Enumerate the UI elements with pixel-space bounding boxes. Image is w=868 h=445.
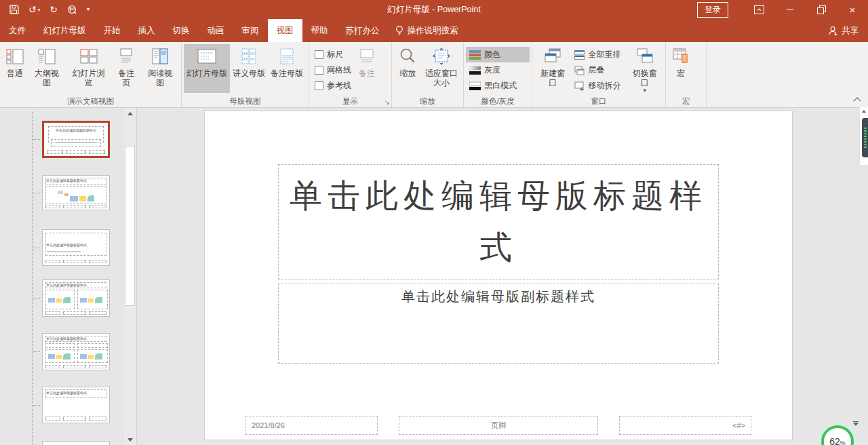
color-icon (469, 50, 481, 60)
reading-view-button[interactable]: 阅读视图 (141, 44, 179, 93)
subtitle-placeholder[interactable]: 单击此处编辑母版副标题样式 (278, 284, 719, 364)
move-split-button[interactable]: 移动拆分 (571, 78, 626, 94)
group-label-window: 窗口 (532, 96, 665, 107)
slide-thumbnail-6[interactable]: 单击此处编辑母版标题样式 (42, 387, 110, 423)
login-button[interactable]: 登录 (697, 2, 728, 18)
slide-sorter-button[interactable]: 幻灯片浏览 (66, 44, 112, 93)
slide-thumbnail-2[interactable]: 单击此处编辑母版标题样式 (42, 175, 110, 210)
lightbulb-icon (395, 25, 403, 36)
tab-soda-office[interactable]: 苏打办公 (337, 19, 389, 42)
percent-sign: % (840, 440, 846, 445)
date-placeholder[interactable]: 2021/8/26 (245, 416, 378, 435)
ribbon-display-options-icon[interactable] (743, 0, 774, 19)
collapse-ribbon-icon[interactable] (853, 97, 861, 104)
person-icon (829, 26, 838, 36)
docked-addin-widget[interactable] (862, 118, 868, 157)
close-button[interactable]: × (837, 0, 868, 19)
qat-customize-icon[interactable]: ▾ (87, 7, 90, 12)
preview-icon[interactable] (67, 5, 77, 14)
tell-me-search[interactable]: 操作说明搜索 (389, 19, 465, 42)
scroll-up-icon[interactable] (862, 110, 866, 113)
tab-help[interactable]: 帮助 (302, 19, 337, 42)
grayscale-button[interactable]: 灰度 (466, 62, 530, 78)
tab-view[interactable]: 视图 (268, 19, 302, 42)
slide-thumbnail-5[interactable]: 单击此处编辑母版标题样式 (42, 333, 110, 370)
ribbon-tab-bar: 文件 幻灯片母版 开始 插入 切换 动画 审阅 视图 帮助 苏打办公 操作说明搜… (0, 19, 868, 42)
thumbnail-title-text: 单击此处编辑母版标题样式 (46, 391, 106, 395)
connector-dash (33, 248, 40, 248)
zoom-button[interactable]: 缩放 (394, 44, 422, 93)
cascade-button[interactable]: 层叠 (571, 62, 626, 78)
color-button[interactable]: 颜色 (466, 47, 530, 62)
group-label-color-grayscale: 颜色/灰度 (464, 96, 532, 107)
slide-thumbnail-7[interactable] (42, 441, 110, 445)
tab-slide-master[interactable]: 幻灯片母版 (35, 19, 95, 42)
next-slide-button[interactable] (852, 421, 859, 426)
fit-to-window-icon (431, 47, 452, 66)
tab-transitions[interactable]: 切换 (164, 19, 199, 42)
restore-button[interactable] (806, 0, 837, 19)
thumbnail-title-text: 单击此处编辑母版标题样式 (46, 336, 106, 341)
gridlines-checkbox[interactable]: 网格线 (311, 62, 355, 78)
macro-button[interactable]: 宏 (668, 44, 694, 93)
handout-master-button[interactable]: 讲义母版 (230, 44, 268, 93)
fit-to-window-button[interactable]: 适应窗口大小 (422, 44, 461, 93)
quick-access-toolbar: ↺▾ ↻ ▾ (0, 5, 90, 14)
slide-editing-area[interactable]: 单击此处编辑母版标题样式 单击此处编辑母版副标题样式 2021/8/26 页脚 … (205, 111, 792, 440)
slide-sorter-icon (79, 47, 99, 66)
subtitle-placeholder-text: 单击此处编辑母版副标题样式 (279, 288, 718, 306)
pane-divider[interactable] (136, 108, 137, 445)
group-color-grayscale: 颜色 灰度 黑白模式 颜色/灰度 (464, 42, 532, 107)
slide-number-placeholder[interactable]: <#> (619, 416, 751, 435)
notes-button[interactable]: 备注 (355, 44, 379, 93)
switch-windows-button[interactable]: 切换窗口 ▼ (627, 44, 663, 93)
connector-dash (33, 139, 40, 140)
slide-thumbnail-4[interactable]: 单击此处编辑母版标题样式 (42, 279, 110, 317)
tab-home[interactable]: 开始 (95, 19, 130, 42)
outline-view-button[interactable]: 大纲视图 (28, 44, 66, 93)
normal-view-button[interactable]: 普通 (2, 44, 28, 93)
notes-page-button[interactable]: 备注页 (111, 44, 141, 93)
notes-master-button[interactable]: 备注母版 (268, 44, 306, 93)
arrange-all-button[interactable]: 全部重排 (571, 47, 626, 62)
scrollbar-thumb[interactable] (125, 146, 135, 306)
undo-icon[interactable]: ↺▾ (28, 5, 40, 14)
thumbnail-title-text: 单击此处编辑母版标题样式 (46, 283, 106, 287)
thumbnail-scrollbar[interactable] (124, 108, 136, 445)
group-zoom: 缩放 适应窗口大小 缩放 (392, 42, 464, 107)
ribbon-empty-area (707, 42, 868, 107)
group-master-views: 幻灯片母版 讲义母版 备注母版 母版视图 (182, 42, 309, 107)
new-window-button[interactable]: 新建窗口 (534, 44, 571, 93)
group-window: 新建窗口 全部重排 层叠 移动拆分 (532, 42, 666, 107)
slide-number-text: <#> (732, 421, 745, 429)
footer-text: 页脚 (491, 421, 506, 431)
tab-file[interactable]: 文件 (0, 19, 35, 42)
normal-view-icon (5, 47, 25, 66)
redo-icon[interactable]: ↻ (50, 5, 58, 14)
checkbox-icon (315, 81, 323, 90)
black-white-button[interactable]: 黑白模式 (466, 78, 530, 94)
connector-dash (33, 298, 40, 298)
group-label-show: 显示 (309, 96, 391, 107)
notes-master-icon (277, 47, 297, 66)
cascade-icon (574, 66, 585, 75)
thumbnail-title-text: 单击此处编辑母版标题样式 (46, 178, 106, 182)
scroll-up-button[interactable] (124, 108, 136, 119)
tab-insert[interactable]: 插入 (130, 19, 164, 42)
date-text: 2021/8/26 (252, 421, 285, 429)
slide-master-button[interactable]: 幻灯片母版 (184, 44, 230, 93)
scroll-down-button[interactable] (124, 434, 136, 445)
title-placeholder[interactable]: 单击此处编辑母版标题样式 (278, 164, 719, 279)
group-label-presentation-views: 演示文稿视图 (0, 96, 181, 107)
guides-checkbox[interactable]: 参考线 (311, 78, 355, 94)
tab-review[interactable]: 审阅 (233, 19, 268, 42)
tab-animations[interactable]: 动画 (199, 19, 233, 42)
group-label-macro: 宏 (666, 96, 706, 107)
slide-thumbnail-3[interactable]: 单击此处编辑母版标题样式 (42, 229, 110, 266)
save-icon[interactable] (9, 5, 19, 14)
share-button[interactable]: 共享 (829, 19, 859, 42)
footer-placeholder[interactable]: 页脚 (399, 416, 598, 435)
minimize-button[interactable] (774, 0, 806, 19)
slide-thumbnail-1[interactable]: 单击此处编辑母版标题样式 (42, 121, 110, 158)
ruler-checkbox[interactable]: 标尺 (311, 47, 355, 62)
